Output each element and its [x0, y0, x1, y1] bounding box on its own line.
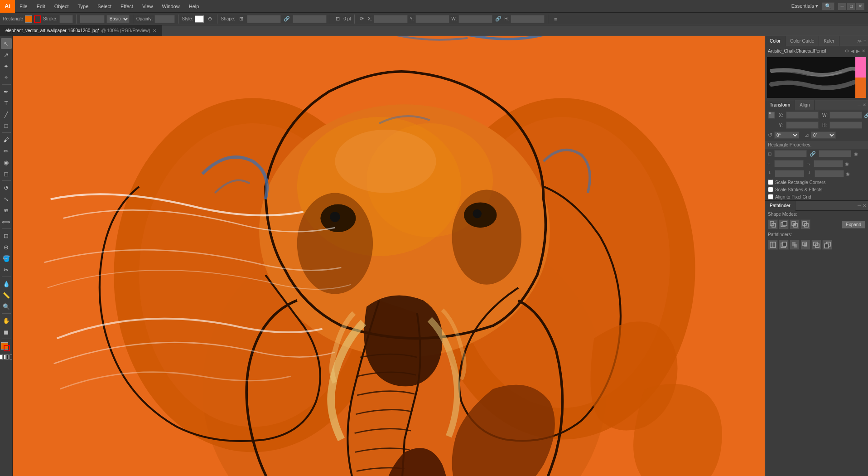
lasso-tool[interactable]: ⌖	[1, 72, 12, 83]
merge-icon[interactable]	[790, 240, 800, 250]
intersect-icon[interactable]	[790, 219, 800, 229]
brush-prev-icon[interactable]: ◀	[851, 49, 854, 53]
more-options-icon[interactable]: ≡	[551, 15, 559, 23]
close-button[interactable]: ✕	[856, 3, 864, 10]
live-paint-tool[interactable]: 🪣	[1, 253, 12, 264]
eyedropper-tool[interactable]: 💧	[1, 278, 12, 289]
pen-tool[interactable]: ✒	[1, 86, 12, 97]
height-input[interactable]: 1542.154 pt	[293, 15, 327, 23]
essentials-selector[interactable]: Essentials ▾	[788, 3, 822, 9]
minus-back-icon[interactable]	[822, 240, 832, 250]
pink-swatch[interactable]	[855, 57, 866, 78]
corner-link-icon[interactable]: ◉	[845, 161, 849, 166]
minimize-button[interactable]: ─	[838, 3, 846, 10]
normal-mode-icon[interactable]	[0, 355, 3, 359]
brush-settings-icon[interactable]: ⚙	[845, 49, 849, 53]
x-pos-input[interactable]: 859.821 pt	[374, 15, 408, 23]
fill-swatch[interactable]	[25, 15, 32, 23]
menu-effect[interactable]: Effect	[116, 0, 138, 13]
magic-wand-tool[interactable]: ✦	[1, 61, 12, 72]
menu-select[interactable]: Select	[93, 0, 116, 13]
warp-tool[interactable]: ≋	[1, 205, 12, 216]
free-transform-tool[interactable]: ⊡	[1, 230, 12, 241]
menu-object[interactable]: Object	[50, 0, 73, 13]
reference-point-widget[interactable]	[768, 112, 775, 119]
constrain2-icon[interactable]: ⊡	[333, 15, 342, 23]
rotation-input[interactable]: 0°	[774, 131, 799, 139]
corner-tl-input[interactable]: 0 pt	[774, 160, 804, 167]
menu-window[interactable]: Window	[158, 0, 184, 13]
link-xw-icon[interactable]: 🔗	[864, 112, 868, 118]
pathfinder-close-icon[interactable]: ✕	[863, 203, 866, 208]
exclude-icon[interactable]	[800, 219, 810, 229]
constrain-icon[interactable]: ⊞	[237, 15, 245, 23]
panel-menu-icon[interactable]: ≡	[863, 39, 866, 44]
transform-tab[interactable]: Transform	[765, 100, 795, 110]
basic-select[interactable]: Basic	[106, 15, 130, 23]
trim-icon[interactable]	[779, 240, 789, 250]
corner-link-icon2[interactable]: ◉	[846, 171, 850, 176]
divide-icon[interactable]	[768, 240, 778, 250]
scale-strokes-checkbox[interactable]	[768, 187, 773, 192]
outline-icon[interactable]	[811, 240, 821, 250]
stroke-style-input[interactable]	[80, 15, 105, 23]
transform-collapse-icon[interactable]: ─	[858, 102, 861, 107]
transform-close-icon[interactable]: ✕	[863, 102, 866, 107]
link-w2h2-icon[interactable]: 🔗	[494, 15, 502, 23]
menu-type[interactable]: Type	[73, 0, 93, 13]
eraser-tool[interactable]: ◻	[1, 168, 12, 179]
h2-input[interactable]: 1542.154 pt	[511, 15, 545, 23]
transform-w-input[interactable]: 2382.238 pt	[829, 112, 862, 119]
align-tab[interactable]: Align	[795, 100, 815, 110]
document-tab[interactable]: elephant_vector_art-wallpaper-1680x1260.…	[0, 25, 162, 36]
canvas-area[interactable]	[13, 36, 765, 476]
pathfinder-collapse-icon[interactable]: ─	[858, 203, 861, 208]
opacity-input[interactable]: 100%	[154, 15, 175, 23]
width-tool[interactable]: ⟺	[1, 216, 12, 227]
paintbrush-tool[interactable]: 🖌	[1, 134, 12, 145]
orange-swatch[interactable]	[855, 78, 866, 98]
corner-bl-input[interactable]: 0 pt	[775, 170, 804, 177]
scale-tool[interactable]: ⤡	[1, 194, 12, 204]
transform-icon[interactable]: ⟳	[358, 15, 366, 23]
style-swatch[interactable]	[195, 15, 204, 23]
rect-w-input[interactable]: 2382.238 pt	[774, 150, 807, 157]
rectangle-tool[interactable]: □	[1, 120, 12, 131]
gradient-tool[interactable]: ◼	[1, 326, 12, 337]
pencil-tool[interactable]: ✏	[1, 146, 12, 156]
measure-tool[interactable]: 📏	[1, 290, 12, 301]
shear-input[interactable]: 0°	[811, 131, 836, 139]
transform-h-input[interactable]: 1542.154 pt	[829, 121, 862, 129]
rect-h-input[interactable]: 1542.154 pt	[819, 150, 851, 157]
menu-edit[interactable]: Edit	[32, 0, 50, 13]
menu-file[interactable]: File	[15, 0, 32, 13]
type-tool[interactable]: T	[1, 97, 12, 108]
width-input[interactable]: 2382.238 pt	[247, 15, 281, 23]
brush-next-icon[interactable]: ▶	[856, 49, 860, 53]
line-tool[interactable]: ╱	[1, 109, 12, 120]
shape-builder-tool[interactable]: ⊕	[1, 242, 12, 253]
transform-y-input[interactable]: 614.817 pt	[786, 121, 819, 129]
unite-icon[interactable]	[768, 219, 778, 229]
stroke-weight-input[interactable]	[59, 15, 73, 23]
brush-close-icon[interactable]: ✕	[862, 49, 865, 53]
minus-front-icon[interactable]	[779, 219, 789, 229]
rect-link-icon2[interactable]: ◉	[854, 151, 858, 156]
restore-button[interactable]: □	[847, 3, 855, 10]
color-guide-tab[interactable]: Color Guide	[786, 36, 819, 46]
pathfinder-tab[interactable]: Pathfinder	[765, 201, 796, 211]
align-pixel-checkbox[interactable]	[768, 194, 773, 199]
kuler-tab[interactable]: Kuler	[819, 36, 839, 46]
blob-brush-tool[interactable]: ◉	[1, 157, 12, 168]
menu-help[interactable]: Help	[184, 0, 204, 13]
selection-tool[interactable]: ↖	[1, 38, 12, 49]
stroke-swatch[interactable]	[34, 15, 41, 23]
scale-corners-checkbox[interactable]	[768, 180, 773, 185]
hand-tool[interactable]: ✋	[1, 315, 12, 326]
y-pos-input[interactable]: 614.817 pt	[415, 15, 449, 23]
color-tab[interactable]: Color	[765, 36, 786, 46]
search-box[interactable]: 🔍	[822, 2, 834, 10]
rotate-tool[interactable]: ↺	[1, 182, 12, 193]
rect-link-icon[interactable]: 🔗	[810, 151, 816, 157]
none-mode-icon[interactable]	[10, 355, 13, 359]
